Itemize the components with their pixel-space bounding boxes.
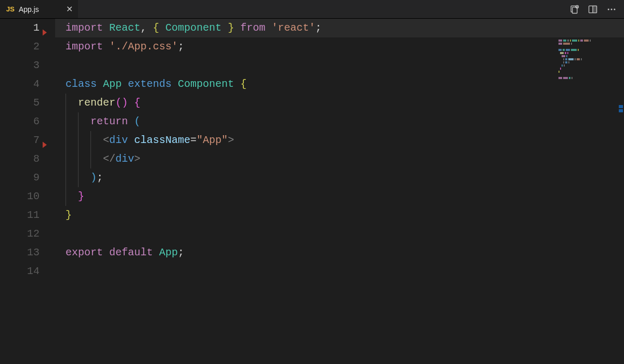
indent-guide	[78, 112, 79, 131]
code-line[interactable]	[66, 225, 624, 243]
code-line[interactable]: );	[66, 168, 624, 187]
overview-ruler[interactable]	[618, 37, 624, 364]
indent-guide	[66, 150, 66, 168]
indent-guide	[90, 150, 91, 168]
line-number[interactable]: 13	[0, 243, 40, 262]
token-def	[128, 97, 134, 109]
token-def	[265, 22, 271, 34]
svg-point-10	[614, 8, 615, 10]
token-cls: Component	[165, 22, 222, 34]
token-def: =	[190, 134, 197, 146]
token-str: "App"	[197, 134, 228, 146]
token-br1: {	[153, 22, 159, 34]
token-st: div	[109, 134, 128, 146]
token-pn: >	[134, 153, 140, 165]
line-number[interactable]: 6	[0, 112, 40, 131]
code-editor[interactable]: 1234567891011121314 import React, { Comp…	[0, 19, 624, 364]
line-number[interactable]: 5	[0, 94, 40, 112]
code-line[interactable]	[66, 262, 624, 281]
token-kw: from	[240, 22, 265, 34]
js-file-icon: JS	[6, 5, 15, 13]
token-def	[234, 78, 240, 90]
line-number[interactable]: 7	[0, 131, 40, 150]
token-attr: className	[134, 134, 190, 146]
code-line[interactable]: render() {	[66, 94, 624, 112]
svg-rect-7	[593, 6, 597, 12]
token-br1: {	[240, 78, 246, 90]
line-number[interactable]: 1	[0, 19, 40, 37]
tab-close-icon[interactable]: ✕	[66, 5, 73, 14]
token-br3: )	[90, 172, 97, 184]
token-def	[172, 78, 178, 90]
token-br1: }	[66, 209, 72, 221]
token-br2: ()	[115, 97, 128, 109]
tab-actions	[562, 0, 624, 18]
code-line[interactable]: export default App;	[66, 243, 624, 262]
token-def	[234, 22, 240, 34]
token-def: ;	[178, 41, 184, 53]
code-line[interactable]: import './App.css';	[66, 37, 624, 56]
token-fn: render	[78, 97, 115, 109]
token-def	[103, 22, 109, 34]
token-def	[159, 22, 165, 34]
token-pn: <	[103, 134, 109, 146]
open-changes-icon[interactable]	[569, 4, 579, 15]
svg-point-9	[611, 8, 613, 10]
token-st: extends	[128, 78, 172, 90]
line-number[interactable]: 14	[0, 262, 40, 281]
code-line[interactable]: </div>	[66, 150, 624, 168]
code-line[interactable]: import React, { Component } from 'react'…	[66, 19, 624, 37]
line-number[interactable]: 8	[0, 150, 40, 168]
token-st: div	[115, 153, 134, 165]
token-kw: default	[109, 246, 153, 258]
indent-guide	[90, 131, 91, 150]
token-pn: </	[103, 153, 115, 165]
token-def	[103, 246, 109, 258]
token-def	[128, 134, 134, 146]
token-kw: return	[90, 115, 128, 127]
token-br2: {	[134, 97, 140, 109]
line-number[interactable]: 2	[0, 37, 40, 56]
token-def: ;	[97, 172, 103, 184]
token-st: class	[66, 78, 97, 90]
tab-app-js[interactable]: JS App.js ✕	[0, 0, 78, 18]
token-def	[222, 22, 228, 34]
line-number[interactable]: 3	[0, 56, 40, 75]
line-number[interactable]: 11	[0, 206, 40, 225]
token-kw: export	[66, 246, 103, 258]
code-line[interactable]	[66, 56, 624, 75]
indent-guide	[78, 168, 79, 187]
line-number[interactable]: 10	[0, 187, 40, 206]
token-br3: (	[134, 115, 140, 127]
token-br2: }	[78, 190, 84, 202]
tab-bar-spacer	[78, 0, 562, 18]
code-area[interactable]: import React, { Component } from 'react'…	[55, 19, 624, 364]
code-line[interactable]: <div className="App">	[66, 131, 624, 150]
indent-guide	[66, 187, 66, 206]
tab-filename: App.js	[19, 5, 39, 14]
breakpoint-marker-icon[interactable]	[43, 141, 47, 148]
code-line[interactable]: class App extends Component {	[66, 75, 624, 94]
token-cls: Component	[178, 78, 234, 90]
token-str: 'react'	[271, 22, 315, 34]
line-number[interactable]: 9	[0, 168, 40, 187]
line-number-gutter[interactable]: 1234567891011121314	[0, 19, 55, 364]
code-line[interactable]: }	[66, 187, 624, 206]
indent-guide	[66, 94, 66, 112]
line-number[interactable]: 12	[0, 225, 40, 243]
token-def	[103, 41, 109, 53]
code-line[interactable]: }	[66, 206, 624, 225]
code-line[interactable]: return (	[66, 112, 624, 131]
token-str: './App.css'	[109, 41, 178, 53]
token-def: ,	[140, 22, 153, 34]
svg-point-8	[608, 8, 609, 10]
token-cls: React	[109, 22, 140, 34]
token-def	[128, 115, 134, 127]
more-icon[interactable]	[606, 4, 617, 15]
breakpoint-marker-icon[interactable]	[43, 29, 47, 35]
split-editor-icon[interactable]	[588, 4, 598, 15]
token-def	[153, 246, 159, 258]
indent-guide	[66, 112, 66, 131]
indent-guide	[66, 168, 66, 187]
line-number[interactable]: 4	[0, 75, 40, 94]
